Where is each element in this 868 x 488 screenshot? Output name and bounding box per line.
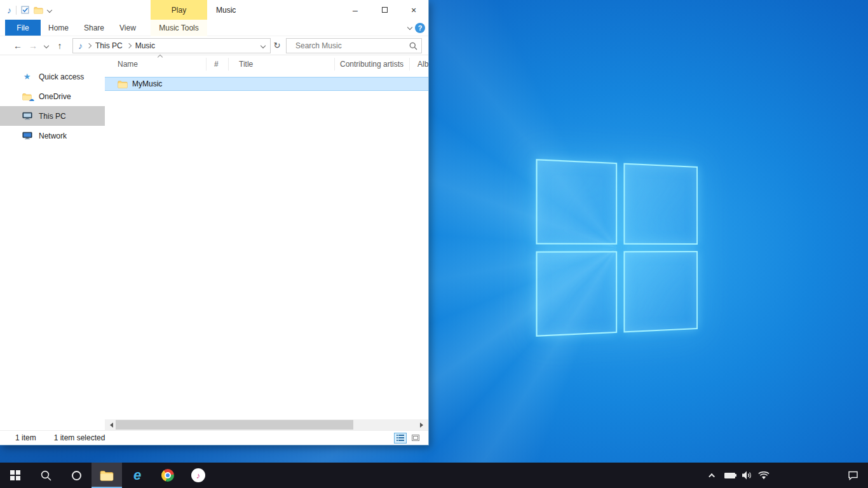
sidebar-item-this-pc[interactable]: This PC — [0, 106, 105, 126]
horizontal-scrollbar[interactable] — [105, 419, 428, 430]
search-icon — [41, 470, 51, 481]
network-indicator[interactable] — [758, 463, 770, 488]
column-header-title[interactable]: Title — [229, 58, 335, 71]
file-name: MyMusic — [132, 79, 162, 88]
column-header-name[interactable]: Name — [105, 58, 207, 71]
start-button[interactable] — [0, 463, 31, 488]
address-dropdown-chevron-icon[interactable] — [261, 43, 266, 48]
maximize-button[interactable] — [370, 0, 399, 20]
sort-ascending-icon — [158, 55, 163, 60]
details-view-button[interactable] — [394, 433, 407, 444]
breadcrumb-chevron-icon[interactable] — [126, 43, 131, 48]
column-label: Title — [239, 60, 253, 69]
taskbar-search-button[interactable] — [31, 463, 61, 488]
cloud-icon: ☁ — [29, 97, 34, 102]
breadcrumb-chevron-icon[interactable] — [86, 43, 92, 48]
tab-file[interactable]: File — [5, 20, 41, 36]
sidebar-item-network[interactable]: Network — [0, 126, 105, 146]
ribbon-tab-row: File Home Share View Music Tools ? — [0, 20, 428, 36]
battery-indicator[interactable] — [724, 463, 735, 488]
tab-music-tools[interactable]: Music Tools — [151, 20, 207, 36]
column-label: Alb — [417, 60, 428, 69]
windows-logo — [536, 159, 698, 337]
recent-locations-chevron-icon[interactable] — [41, 44, 52, 48]
large-icons-view-button[interactable] — [409, 433, 422, 444]
breadcrumb-this-pc[interactable]: This PC — [95, 41, 123, 50]
sidebar-item-quick-access[interactable]: ★ Quick access — [0, 67, 105, 86]
forward-button[interactable]: → — [25, 41, 41, 51]
wifi-icon — [758, 471, 770, 480]
cortana-button[interactable] — [61, 463, 92, 488]
search-input[interactable] — [287, 39, 421, 53]
breadcrumb-music[interactable]: Music — [135, 41, 155, 50]
new-folder-icon[interactable] — [34, 6, 43, 14]
column-label: Name — [118, 60, 138, 69]
sidebar-item-label: Network — [39, 132, 67, 140]
ribbon-collapse-chevron-icon[interactable] — [407, 25, 412, 30]
column-header-row: Name # Title Contributing artists Alb — [105, 55, 428, 73]
sidebar-item-label: This PC — [39, 112, 66, 121]
cortana-icon — [72, 471, 81, 480]
music-player-icon: ♪ — [191, 468, 205, 482]
properties-check-icon[interactable] — [21, 6, 29, 14]
column-header-number[interactable]: # — [207, 58, 229, 71]
status-bar: 1 item 1 item selected — [0, 430, 428, 445]
selection-status: 1 item selected — [54, 433, 105, 442]
action-center-button[interactable] — [848, 463, 858, 488]
separator — [16, 6, 17, 15]
file-explorer-icon — [100, 470, 114, 481]
title-bar: ♪ Play Music – × — [0, 0, 428, 20]
chrome-button[interactable] — [153, 463, 183, 488]
view-toggle-buttons — [394, 433, 422, 444]
help-button[interactable]: ? — [415, 23, 425, 33]
file-row-mymusic[interactable]: MyMusic — [105, 77, 428, 91]
item-count: 1 item — [15, 433, 36, 442]
search-box — [286, 38, 422, 53]
navigation-pane: ★ Quick access ☁ OneDrive This PC — [0, 55, 105, 430]
contextual-tab-play[interactable]: Play — [151, 0, 207, 20]
action-center-icon — [848, 470, 858, 480]
close-button[interactable]: × — [399, 0, 428, 20]
search-icon[interactable] — [409, 42, 417, 52]
chevron-up-icon — [709, 473, 715, 479]
column-header-album[interactable]: Alb — [410, 58, 428, 71]
sidebar-item-label: Quick access — [39, 72, 84, 81]
scroll-left-arrow-icon[interactable] — [105, 419, 116, 430]
music-player-button[interactable]: ♪ — [183, 463, 214, 488]
sidebar-item-label: OneDrive — [39, 92, 71, 101]
explorer-content: ★ Quick access ☁ OneDrive This PC — [0, 55, 428, 430]
back-button[interactable]: ← — [10, 41, 25, 51]
refresh-button[interactable]: ↻ — [271, 41, 283, 50]
volume-indicator[interactable] — [741, 463, 752, 488]
scroll-right-arrow-icon[interactable] — [417, 419, 428, 430]
minimize-button[interactable]: – — [341, 0, 370, 20]
file-list-pane: Name # Title Contributing artists Alb — [105, 55, 428, 430]
tab-view[interactable]: View — [112, 20, 144, 36]
tab-share[interactable]: Share — [76, 20, 112, 36]
windows-start-icon — [10, 470, 20, 480]
explorer-window: ♪ Play Music – × File Home Share View Mu… — [0, 0, 429, 445]
battery-icon — [724, 473, 735, 478]
windows-logo-pane — [536, 251, 617, 337]
up-button[interactable]: ↑ — [52, 41, 67, 51]
column-header-contributing-artists[interactable]: Contributing artists — [335, 58, 410, 71]
taskbar: e ♪ — [0, 463, 868, 488]
sidebar-item-onedrive[interactable]: ☁ OneDrive — [0, 86, 105, 106]
show-hidden-icons-button[interactable] — [707, 463, 718, 488]
system-tray — [707, 463, 770, 488]
scrollbar-thumb[interactable] — [116, 420, 353, 430]
tab-home[interactable]: Home — [41, 20, 76, 36]
window-controls: – × — [341, 0, 428, 20]
address-box[interactable]: ♪ This PC Music — [72, 38, 271, 53]
window-title: Music — [216, 0, 236, 20]
internet-explorer-button[interactable]: e — [122, 463, 153, 488]
taskbar-file-explorer-button[interactable] — [92, 463, 122, 488]
music-app-icon: ♪ — [7, 6, 11, 15]
folder-icon — [118, 80, 128, 88]
column-label: Contributing artists — [340, 60, 403, 69]
location-music-icon: ♪ — [78, 41, 83, 50]
computer-icon — [22, 112, 32, 120]
customize-toolbar-chevron-icon[interactable] — [47, 7, 52, 12]
speaker-icon — [742, 471, 752, 480]
chrome-icon — [161, 469, 174, 482]
